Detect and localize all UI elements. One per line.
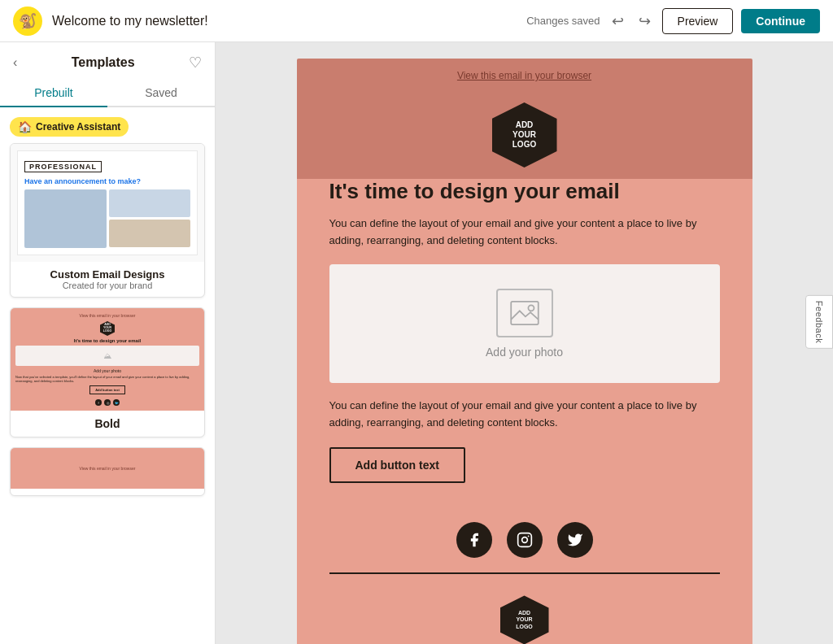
facebook-icon: [466, 532, 482, 548]
email-headline: It's time to design your email: [329, 179, 720, 204]
bold-preview-text: Now that you've selected a template, you…: [15, 375, 199, 383]
creative-assistant-badge[interactable]: 🏠 Creative Assistant: [10, 117, 129, 137]
pro-label: PROFESSIONAL: [24, 161, 102, 172]
sidebar-content: 🏠 Creative Assistant PROFESSIONAL Have a…: [0, 107, 215, 644]
email-logo-text: ADDYOURLOGO: [512, 120, 536, 150]
email-socials: [329, 522, 720, 558]
template-card-custom[interactable]: PROFESSIONAL Have an announcement to mak…: [10, 143, 205, 298]
bold-preview-image: ⛰: [15, 346, 199, 366]
bold-social-twitter: 🐦: [113, 399, 120, 406]
svg-rect-2: [511, 302, 539, 324]
svg-text:🐒: 🐒: [19, 12, 37, 30]
email-footer-hex-text: ADDYOURLOGO: [516, 610, 533, 630]
email-cta-button[interactable]: Add button text: [329, 447, 465, 483]
email-social-facebook[interactable]: [456, 522, 492, 558]
bold-preview-socials: f ◎ 🐦: [15, 399, 199, 406]
email-footer-logo: ADDYOURLOGO: [329, 587, 720, 644]
bold-preview-logo: ADDYOURLOGO: [100, 321, 115, 336]
mailchimp-logo: 🐒: [13, 7, 42, 36]
bold-preview-btn: Add button text: [89, 385, 125, 394]
template-card-third[interactable]: View this email in your browser: [10, 447, 205, 496]
sidebar-title: Templates: [72, 55, 135, 70]
photo-placeholder-text: Add your photo: [486, 346, 563, 359]
svg-point-6: [527, 536, 529, 537]
photo-placeholder-icon: [496, 289, 553, 337]
redo-button[interactable]: ↪: [635, 11, 654, 32]
template-card-bold[interactable]: View this email in your browser ADDYOURL…: [10, 307, 205, 437]
instagram-icon: ◎: [107, 401, 109, 405]
bold-preview-caption: Add your photo: [15, 368, 199, 373]
email-browser-link[interactable]: View this email in your browser: [297, 59, 752, 89]
bold-preview: View this email in your browser ADDYOURL…: [11, 308, 204, 411]
pro-image-2: [109, 189, 191, 217]
feedback-wrapper: Feedback: [805, 295, 833, 349]
preview-button[interactable]: Preview: [662, 8, 734, 34]
photo-icon: [510, 301, 539, 325]
svg-point-5: [521, 537, 527, 543]
email-body: It's time to design your email You can d…: [297, 179, 752, 644]
main-layout: ‹ Templates ♡ Prebuilt Saved 🏠 Creative …: [0, 42, 833, 644]
pro-image-1: [24, 189, 107, 248]
pro-image-3: [109, 220, 191, 247]
bold-preview-logo-text: ADDYOURLOGO: [103, 324, 111, 333]
email-divider: [329, 572, 720, 574]
email-logo-hex[interactable]: ADDYOURLOGO: [492, 102, 557, 168]
facebook-icon: f: [98, 401, 98, 405]
svg-point-3: [528, 305, 534, 311]
template-card-footer: Custom Email Designs Created for your br…: [11, 262, 204, 297]
feedback-button[interactable]: Feedback: [805, 295, 833, 349]
sidebar-back-button[interactable]: ‹: [13, 55, 17, 70]
bold-preview-link: View this email in your browser: [15, 313, 199, 318]
pro-images: [24, 189, 190, 248]
third-card-link: View this email in your browser: [80, 466, 136, 471]
continue-button[interactable]: Continue: [741, 9, 820, 33]
email-footer-hex[interactable]: ADDYOURLOGO: [500, 595, 549, 644]
email-logo-area: ADDYOURLOGO: [297, 89, 752, 179]
email-canvas: View this email in your browser ADDYOURL…: [297, 59, 752, 628]
bold-social-facebook: f: [95, 399, 102, 406]
sidebar-tabs: Prebuilt Saved: [0, 80, 215, 107]
email-social-twitter[interactable]: [557, 522, 593, 558]
bold-social-instagram: ◎: [104, 399, 111, 406]
undo-button[interactable]: ↩: [608, 11, 627, 32]
email-paragraph-2: You can define the layout of your email …: [329, 398, 720, 432]
sidebar-header: ‹ Templates ♡: [0, 42, 215, 72]
topbar: 🐒 Welcome to my newsletter! Changes save…: [0, 0, 833, 42]
tab-prebuilt[interactable]: Prebuilt: [0, 80, 107, 107]
creative-assistant-label: Creative Assistant: [36, 121, 120, 133]
email-social-instagram[interactable]: [507, 522, 543, 558]
svg-rect-4: [517, 533, 531, 547]
sidebar-heart-button[interactable]: ♡: [189, 54, 202, 72]
email-photo-block[interactable]: Add your photo: [329, 264, 720, 383]
creative-assistant-icon: 🏠: [18, 120, 32, 133]
page-title: Welcome to my newsletter!: [52, 14, 526, 28]
pro-headline: Have an announcement to make?: [24, 177, 190, 185]
third-card-preview: View this email in your browser: [11, 448, 204, 489]
template-card-name: Custom Email Designs: [19, 268, 196, 281]
template-card-preview: PROFESSIONAL Have an announcement to mak…: [11, 144, 204, 262]
pro-preview: PROFESSIONAL Have an announcement to mak…: [17, 150, 198, 255]
twitter-icon: 🐦: [115, 401, 119, 405]
sidebar: ‹ Templates ♡ Prebuilt Saved 🏠 Creative …: [0, 42, 216, 644]
preview-area: View this email in your browser ADDYOURL…: [216, 42, 833, 644]
tab-saved[interactable]: Saved: [107, 80, 215, 107]
email-paragraph-1: You can define the layout of your email …: [329, 215, 720, 250]
bold-preview-image-icon: ⛰: [103, 351, 111, 360]
save-status: Changes saved: [526, 15, 600, 27]
instagram-icon: [517, 532, 533, 548]
twitter-icon: [567, 532, 583, 548]
topbar-actions: Changes saved ↩ ↪ Preview Continue: [526, 8, 820, 34]
bold-preview-title: It's time to design your email: [15, 338, 199, 343]
bold-card-label: Bold: [11, 411, 204, 437]
template-card-subtitle: Created for your brand: [19, 281, 196, 290]
